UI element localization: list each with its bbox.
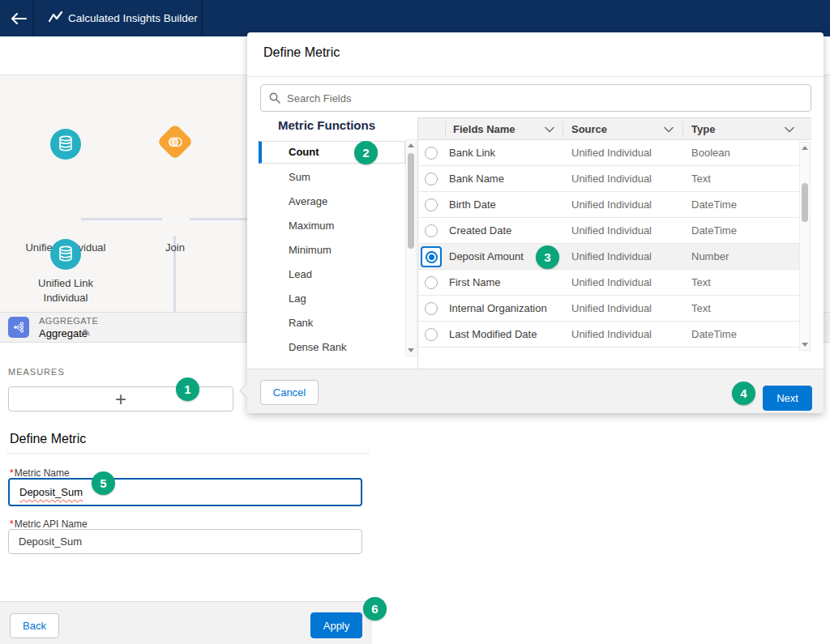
back-arrow-button[interactable] [6,0,31,36]
function-item-sum[interactable]: Sum [259,165,405,190]
metric-api-name-value: Deposit_Sum [19,535,82,548]
scroll-up-arrow[interactable] [800,143,810,152]
search-icon [269,92,280,104]
radio-selected[interactable] [421,246,442,267]
step-badge-5: 5 [92,471,115,495]
node-join[interactable] [156,123,193,160]
field-row-first-name[interactable]: First NameUnified IndividualText [418,270,799,296]
cell-source: Unified Individual [571,322,652,348]
scroll-up-arrow[interactable] [406,141,416,150]
cell-source: Unified Individual [571,218,652,244]
metric-name-label: *Metric Name [10,467,70,479]
database-icon [58,135,74,153]
cell-field-name: Internal Organization [449,296,547,322]
step-badge-4: 4 [732,382,755,405]
metric-api-name-input[interactable]: Deposit_Sum [8,529,362,554]
node-unified-individual[interactable] [50,129,81,160]
cell-type: DateTime [691,218,737,244]
field-row-internal-organization[interactable]: Internal OrganizationUnified IndividualT… [418,296,799,322]
cancel-button[interactable]: Cancel [260,380,319,405]
scroll-down-arrow[interactable] [406,346,416,355]
aggregate-type-label: AGGREGATE [39,316,98,326]
cell-field-name: Deposit Amount [449,244,524,270]
edit-pencil-icon[interactable]: ✎ [83,327,91,339]
function-item-lag[interactable]: Lag [259,287,405,311]
radio-dot [429,254,434,260]
function-item-rank[interactable]: Rank [259,311,405,335]
field-row-bank-name[interactable]: Bank NameUnified IndividualText [418,166,799,192]
radio-unselected[interactable] [425,147,438,160]
navbar-divider [32,0,34,36]
node-label-unified-link-individual: Unified Link Individual [17,276,114,305]
radio-unselected[interactable] [425,224,438,237]
cell-source: Unified Individual [571,192,652,218]
cell-field-name: First Name [449,270,501,296]
app-title: Calculated Insights Builder [68,0,198,36]
cell-type: DateTime [691,322,737,348]
search-fields-input[interactable]: Search Fields [260,84,811,112]
function-item-dense-rank[interactable]: Dense Rank [259,335,405,360]
database-icon [58,245,74,263]
metric-name-input[interactable]: Deposit_Sum [8,478,362,506]
field-row-created-date[interactable]: Created DateUnified IndividualDateTime [418,218,799,244]
cell-field-name: Bank Link [449,140,495,166]
cell-source: Unified Individual [571,296,652,322]
function-item-count[interactable]: Count [259,141,405,164]
chevron-down-icon[interactable] [664,126,674,133]
node-label-line1: Unified Link [17,276,114,291]
top-navbar: Calculated Insights Builder [0,0,830,36]
function-item-minimum[interactable]: Minimum [259,238,405,262]
next-button[interactable]: Next [763,386,812,411]
radio-unselected[interactable] [425,198,438,211]
field-row-last-modified-date[interactable]: Last Modified DateUnified IndividualDate… [418,322,799,348]
radio-ring [426,251,438,263]
function-item-lead[interactable]: Lead [259,262,405,287]
chevron-down-icon[interactable] [545,126,554,133]
metric-functions-heading: Metric Functions [278,118,375,132]
metric-name-value: Deposit_Sum [19,486,83,498]
add-measure-button[interactable]: + [8,386,233,412]
cell-field-name: Birth Date [449,192,496,218]
radio-unselected[interactable] [425,173,438,186]
cell-type: Text [691,270,711,296]
function-item-maximum[interactable]: Maximum [259,214,405,238]
column-header-source[interactable]: Source [571,118,607,141]
field-row-birth-date[interactable]: Birth DateUnified IndividualDateTime [418,192,799,218]
scrollbar-thumb[interactable] [802,183,808,222]
apply-button[interactable]: Apply [310,612,362,638]
scroll-down-arrow[interactable] [800,340,810,349]
radio-unselected[interactable] [425,276,438,289]
form-divider [6,453,370,454]
field-row-deposit-amount[interactable]: Deposit AmountUnified IndividualNumber [418,244,799,270]
node-label-line2: Individual [17,291,114,305]
functions-scrollbar[interactable] [405,139,417,356]
required-asterisk: * [10,518,14,530]
radio-unselected[interactable] [425,302,438,315]
cell-type: Number [691,244,729,270]
cell-type: Boolean [691,140,730,166]
table-body: Bank LinkUnified IndividualBooleanBank N… [418,140,799,348]
plus-icon: + [115,390,126,409]
back-button[interactable]: Back [10,613,59,638]
function-item-average[interactable]: Average [259,190,405,214]
step-badge-3: 3 [536,245,559,269]
column-separator [445,122,446,138]
column-header-type[interactable]: Type [691,118,715,141]
back-arrow-icon [11,13,27,24]
measures-section-label: MEASURES [8,367,65,377]
radio-unselected[interactable] [425,328,438,341]
chevron-down-icon[interactable] [785,126,794,133]
field-row-bank-link[interactable]: Bank LinkUnified IndividualBoolean [418,140,799,166]
cell-type: Text [691,296,711,322]
node-unified-link-individual[interactable] [50,239,81,270]
insights-zigzag-icon [49,11,63,27]
metric-api-name-label-text: Metric API Name [15,518,88,530]
table-header: Fields Name Source Type [418,117,811,140]
column-header-fields-name[interactable]: Fields Name [453,118,516,141]
define-metric-modal: Define Metric Search Fields Metric Funct… [247,32,824,413]
table-scrollbar[interactable] [799,142,811,351]
scrollbar-thumb[interactable] [408,153,414,249]
cell-field-name: Created Date [449,218,511,244]
fields-table: Fields Name Source Type Bank LinkUnified… [417,117,811,380]
connector-join-right [190,218,248,220]
